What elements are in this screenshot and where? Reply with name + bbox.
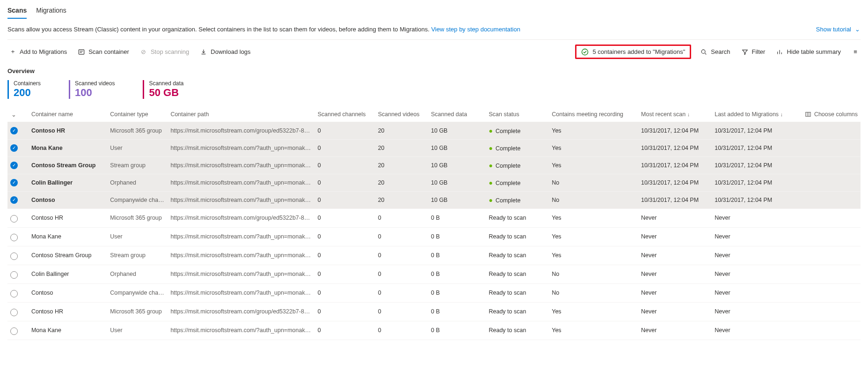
cell-videos: 0 [375, 227, 428, 246]
row-checkbox[interactable]: ✓ [10, 196, 18, 204]
scan-container-button[interactable]: Scan container [76, 46, 131, 58]
table-row[interactable]: Mona KaneUserhttps://msit.microsoftstrea… [7, 321, 861, 340]
cell-videos: 0 [375, 246, 428, 265]
cell-data: 10 GB [428, 191, 486, 208]
cell-meeting: Yes [549, 321, 638, 340]
cell-data: 0 B [428, 283, 486, 302]
cell-data: 10 GB [428, 174, 486, 191]
cell-type: User [107, 139, 168, 156]
table-row[interactable]: Mona KaneUserhttps://msit.microsoftstrea… [7, 227, 861, 246]
metric-videos-value: 100 [75, 87, 115, 99]
cell-data: 10 GB [428, 139, 486, 156]
table-row[interactable]: Colin BallingerOrphanedhttps://msit.micr… [7, 265, 861, 283]
col-meeting[interactable]: Contains meeting recording [549, 107, 638, 122]
status-complete: Complete [489, 163, 520, 169]
col-videos[interactable]: Scanned videos [375, 107, 428, 122]
row-checkbox[interactable] [10, 215, 18, 223]
status-ready: Ready to scan [489, 308, 526, 315]
table-row[interactable]: Contoso Stream GroupStream grouphttps://… [7, 246, 861, 265]
cell-name: Contoso HR [29, 122, 107, 139]
filter-button[interactable]: Filter [740, 46, 767, 58]
table-row[interactable]: ✓Contoso HRMicrosoft 365 grouphttps://ms… [7, 122, 861, 139]
cell-meeting: No [549, 191, 638, 208]
row-checkbox[interactable] [10, 327, 18, 335]
col-path[interactable]: Container path [168, 107, 314, 122]
cell-name: Contoso HR [29, 302, 107, 321]
col-status[interactable]: Scan status [486, 107, 549, 122]
table-row[interactable]: ✓ContosoCompanywide channelhttps://msit.… [7, 191, 861, 208]
tab-migrations[interactable]: Migrations [36, 3, 66, 19]
table-row[interactable]: ✓Contoso Stream GroupStream grouphttps:/… [7, 156, 861, 174]
row-checkbox[interactable] [10, 252, 18, 260]
chevron-down-icon: ⌄ [10, 111, 17, 118]
hide-summary-button[interactable]: Hide table summary [774, 46, 843, 58]
table-row[interactable]: ContosoCompanywide channelhttps://msit.m… [7, 283, 861, 302]
cell-recent: Never [638, 208, 712, 227]
cell-videos: 20 [375, 122, 428, 139]
cell-meeting: Yes [549, 156, 638, 174]
cell-type: Stream group [107, 246, 168, 265]
row-checkbox[interactable] [10, 290, 18, 297]
table-row[interactable]: Contoso HRMicrosoft 365 grouphttps://msi… [7, 208, 861, 227]
cell-path: https://msit.microsoftstream.com/?auth_u… [168, 156, 314, 174]
choose-label: Choose columns [814, 111, 858, 118]
documentation-link[interactable]: View step by step documentation [431, 26, 520, 33]
col-name[interactable]: Container name [29, 107, 107, 122]
cell-recent: 10/31/2017, 12:04 PM [638, 156, 712, 174]
row-checkbox[interactable] [10, 271, 18, 279]
cell-videos: 0 [375, 321, 428, 340]
table-row[interactable]: Contoso HRMicrosoft 365 grouphttps://msi… [7, 302, 861, 321]
cell-channels: 0 [315, 156, 375, 174]
metric-videos-label: Scanned videos [75, 80, 115, 87]
cell-added: Never [712, 208, 795, 227]
cell-data: 0 B [428, 265, 486, 283]
row-checkbox[interactable]: ✓ [10, 179, 18, 186]
cell-status: Complete [486, 156, 549, 174]
stop-scanning-button: ⊘ Stop scanning [139, 46, 191, 57]
table-row[interactable]: ✓Colin BallingerOrphanedhttps://msit.mic… [7, 174, 861, 191]
cell-path: https://msit.microsoftstream.com/?auth_u… [168, 321, 314, 340]
download-logs-button[interactable]: Download logs [198, 46, 252, 58]
table-row[interactable]: ✓Mona KaneUserhttps://msit.microsoftstre… [7, 139, 861, 156]
download-label: Download logs [211, 48, 250, 55]
cell-type: User [107, 321, 168, 340]
col-channels[interactable]: Scanned channels [315, 107, 375, 122]
cell-channels: 0 [315, 321, 375, 340]
cell-name: Colin Ballinger [29, 265, 107, 283]
row-checkbox[interactable]: ✓ [10, 162, 18, 169]
scan-label: Scan container [88, 48, 129, 55]
cell-added: 10/31/2017, 12:04 PM [712, 174, 795, 191]
tab-scans[interactable]: Scans [7, 3, 27, 19]
row-checkbox[interactable]: ✓ [10, 127, 18, 134]
col-select-all[interactable]: ⌄ [7, 107, 29, 122]
col-added[interactable]: Last added to Migrations ↓ [712, 107, 795, 122]
cell-channels: 0 [315, 191, 375, 208]
show-tutorial-link[interactable]: Show tutorial ⌄ [816, 26, 861, 33]
cell-meeting: No [549, 174, 638, 191]
cell-meeting: Yes [549, 246, 638, 265]
metric-data: Scanned data 50 GB [143, 80, 183, 99]
cell-videos: 20 [375, 156, 428, 174]
add-to-migrations-button[interactable]: ＋ Add to Migrations [7, 45, 69, 58]
row-checkbox[interactable] [10, 234, 18, 241]
more-menu-button[interactable]: ≡ [850, 46, 861, 57]
search-button[interactable]: Search [699, 46, 732, 58]
col-choose[interactable]: Choose columns [795, 107, 861, 122]
row-checkbox[interactable] [10, 309, 18, 316]
cell-name: Mona Kane [29, 227, 107, 246]
cell-type: Microsoft 365 group [107, 122, 168, 139]
col-type[interactable]: Container type [107, 107, 168, 122]
col-recent-label: Most recent scan [641, 111, 686, 118]
cell-added: Never [712, 283, 795, 302]
row-checkbox[interactable]: ✓ [10, 144, 18, 152]
cell-name: Mona Kane [29, 139, 107, 156]
col-data[interactable]: Scanned data [428, 107, 486, 122]
cell-channels: 0 [315, 265, 375, 283]
cell-recent: Never [638, 283, 712, 302]
show-tutorial-label: Show tutorial [816, 26, 851, 33]
cell-status: Ready to scan [486, 283, 549, 302]
col-recent[interactable]: Most recent scan ↓ [638, 107, 712, 122]
cell-name: Contoso HR [29, 208, 107, 227]
chevron-down-icon: ⌄ [854, 26, 861, 33]
cell-added: 10/31/2017, 12:04 PM [712, 191, 795, 208]
